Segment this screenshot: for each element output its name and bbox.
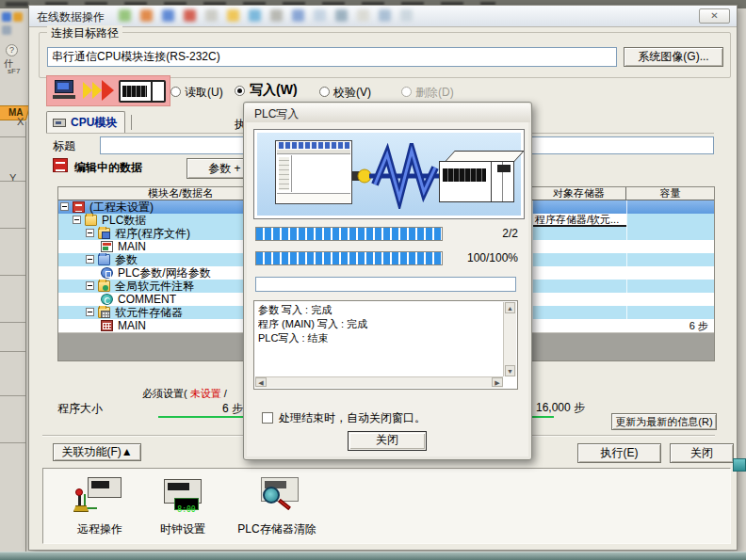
background-toolbar-icon: [2, 25, 11, 35]
dialog-title-bar[interactable]: 在线数据操作 ✕: [29, 6, 737, 27]
blurred-toolbar-icons: [119, 9, 413, 22]
tree-collapse-icon[interactable]: [86, 255, 94, 264]
read-radio[interactable]: [170, 87, 181, 97]
related-functions-button[interactable]: 关联功能(F)▲: [53, 443, 141, 461]
parameter-folder-icon: [98, 254, 110, 265]
program-size-value: 6 步: [170, 401, 243, 417]
target-memory-dropdown[interactable]: 程序存储器/软元...: [533, 214, 626, 227]
computer-window-icon: [275, 140, 352, 204]
background-toolbar-icon: [2, 12, 11, 22]
connection-path-field[interactable]: 串行通信CPU模块连接(RS-232C): [47, 47, 617, 67]
system-image-button[interactable]: 系统图像(G)...: [624, 47, 723, 67]
verify-radio[interactable]: [319, 87, 330, 97]
connection-target-group: 连接目标路径 串行通信CPU模块连接(RS-232C) 系统图像(G)...: [39, 32, 731, 78]
editing-data-icon: [53, 158, 68, 172]
background-app-strip: ? 什 sF7 MA X Y: [0, 8, 28, 560]
dialog-title: 在线数据操作: [37, 9, 105, 25]
write-radio[interactable]: [235, 86, 245, 96]
ladder-grid-line: [0, 395, 26, 396]
ladder-grid-line: [0, 228, 26, 229]
tree-collapse-icon[interactable]: [60, 202, 69, 211]
clock-display: 8:00: [177, 505, 195, 514]
tree-collapse-icon[interactable]: [73, 216, 81, 224]
computer-icon: [53, 80, 77, 103]
background-toolbar-icon: [13, 12, 23, 22]
screen: ? 什 sF7 MA X Y 在线数据操作 ✕ 连接目标路径 串行通信CPU模块…: [0, 0, 746, 560]
ladder-grid-line: [0, 136, 26, 137]
editing-data-label: 编辑中的数据: [74, 160, 142, 176]
program-size-label: 程序大小: [57, 401, 103, 417]
program-folder-icon: [98, 228, 110, 239]
tab-separator: [131, 115, 132, 130]
background-bottom-strip: [0, 552, 746, 560]
tree-collapse-icon[interactable]: [86, 229, 94, 237]
refresh-info-button[interactable]: 更新为最新的信息(R): [611, 413, 717, 430]
ladder-grid-line: [0, 322, 26, 323]
close-button[interactable]: 关闭: [670, 443, 734, 463]
plc-memory-clear-icon: [253, 477, 300, 522]
read-radio-label[interactable]: 读取(U): [185, 85, 223, 101]
write-direction-graphic: [46, 75, 170, 106]
background-tab: MA: [0, 105, 30, 120]
col-header-memory: 对象存储器: [532, 187, 626, 200]
plc-unit-icon: [439, 151, 518, 203]
ladder-grid-line: [0, 442, 26, 443]
plc-write-dialog: PLC写入 2/2 100/100%: [243, 102, 532, 460]
percent-progress-bar: [255, 251, 443, 265]
background-text-fragment: sF7: [8, 67, 20, 75]
capacity-value: 6 步: [689, 319, 708, 332]
arrow-icon: [92, 82, 102, 99]
not-set-value: 未设置: [190, 388, 221, 399]
comment-folder-icon: [98, 280, 110, 292]
clock-setting-icon: 8:00: [159, 477, 206, 522]
connection-cable-icon: [352, 143, 441, 209]
write-close-button[interactable]: 关闭: [348, 431, 427, 451]
title-field-label: 标题: [53, 138, 75, 154]
ladder-grid-line: [0, 181, 26, 182]
scroll-right-icon[interactable]: ▶: [492, 377, 503, 387]
write-log-box[interactable]: 参数 写入 : 完成 程序 (MAIN) 写入 : 完成 PLC写入 : 结束 …: [253, 300, 518, 390]
ladder-row-label: X: [17, 116, 24, 127]
delete-radio: [401, 87, 412, 97]
file-progress-bar: [255, 227, 443, 241]
col-header-capacity: 容量: [626, 187, 714, 200]
scroll-down-icon[interactable]: ▼: [505, 365, 515, 376]
file-progress-label: 2/2: [446, 227, 518, 240]
log-line: PLC写入 : 结束: [258, 331, 500, 345]
folder-icon: [85, 215, 97, 226]
verify-radio-label[interactable]: 校验(V): [333, 85, 371, 101]
cpu-module-icon: [53, 119, 66, 127]
write-radio-label[interactable]: 写入(W): [250, 82, 298, 99]
ladder-grid-line: [0, 351, 26, 352]
connection-group-label: 连接目标路径: [47, 25, 122, 41]
tab-cpu-module[interactable]: CPU模块: [46, 111, 125, 133]
plc-module-icon: [119, 80, 166, 103]
percent-progress-label: 100/100%: [446, 251, 518, 264]
status-field: [255, 277, 516, 292]
log-line: 参数 写入 : 完成: [258, 303, 500, 317]
background-fragment: [733, 458, 746, 472]
tree-collapse-icon[interactable]: [86, 281, 94, 290]
horizontal-scrollbar[interactable]: ◀ ▶: [255, 376, 503, 388]
auto-close-label[interactable]: 处理结束时，自动关闭窗口。: [279, 410, 426, 426]
device-memory-folder-icon: [98, 307, 110, 318]
plc-memory-clear-shortcut[interactable]: PLC存储器清除: [211, 473, 343, 541]
scroll-up-icon[interactable]: ▲: [505, 302, 515, 313]
auto-close-checkbox[interactable]: [262, 412, 273, 424]
device-memory-icon: [101, 320, 113, 331]
close-icon[interactable]: ✕: [699, 8, 730, 24]
required-setting-text: 必须设置( 未设置 /: [142, 387, 227, 401]
remote-operation-icon: [76, 477, 123, 522]
tree-collapse-icon[interactable]: [86, 308, 94, 316]
comment-icon: [101, 294, 113, 305]
write-dialog-title: PLC写入: [254, 106, 299, 122]
vertical-scrollbar[interactable]: ▲ ▼: [503, 302, 516, 376]
scroll-left-icon[interactable]: ◀: [255, 377, 267, 387]
write-dialog-title-bar[interactable]: PLC写入: [245, 104, 530, 122]
ladder-row-label: Y: [9, 172, 16, 184]
related-functions-panel: 远程操作 8:00 时钟设置 PLC存储器清除: [42, 468, 731, 544]
percent-progress-fill: [256, 252, 442, 264]
execute-button[interactable]: 执行(E): [577, 443, 661, 463]
arrow-icon: [83, 82, 92, 99]
ladder-rail-line: [25, 121, 26, 556]
